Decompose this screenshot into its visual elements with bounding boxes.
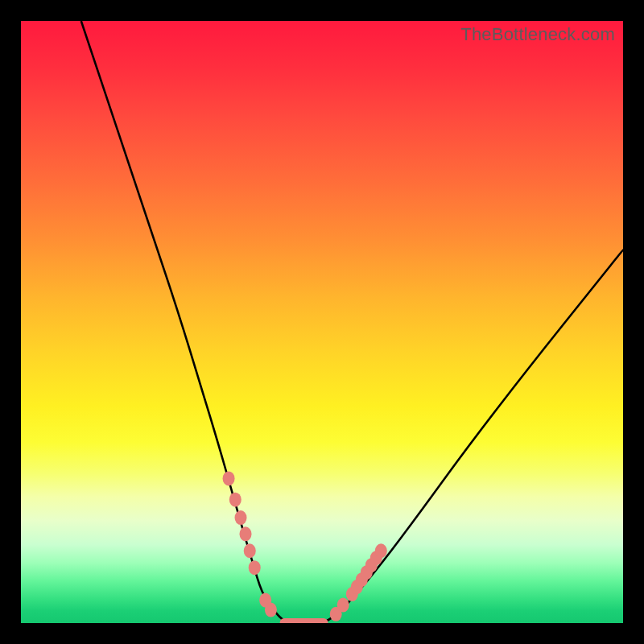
svg-point-3 bbox=[235, 510, 247, 525]
svg-point-10 bbox=[337, 598, 349, 613]
watermark-text: TheBottleneck.com bbox=[460, 24, 615, 45]
chart-frame: TheBottleneck.com bbox=[0, 0, 644, 644]
svg-point-2 bbox=[229, 493, 242, 507]
svg-point-6 bbox=[249, 560, 261, 575]
svg-point-4 bbox=[240, 526, 252, 541]
bottleneck-curve bbox=[81, 21, 623, 623]
svg-point-1 bbox=[223, 471, 235, 485]
svg-point-8 bbox=[265, 603, 277, 617]
flat-segment bbox=[280, 618, 328, 623]
curve-svg bbox=[21, 21, 623, 623]
curve-markers-left bbox=[223, 471, 277, 617]
svg-point-5 bbox=[244, 543, 256, 558]
plot-area: TheBottleneck.com bbox=[21, 21, 623, 623]
curve-markers-right bbox=[330, 543, 387, 621]
svg-point-17 bbox=[375, 543, 387, 558]
svg-rect-0 bbox=[280, 618, 328, 623]
